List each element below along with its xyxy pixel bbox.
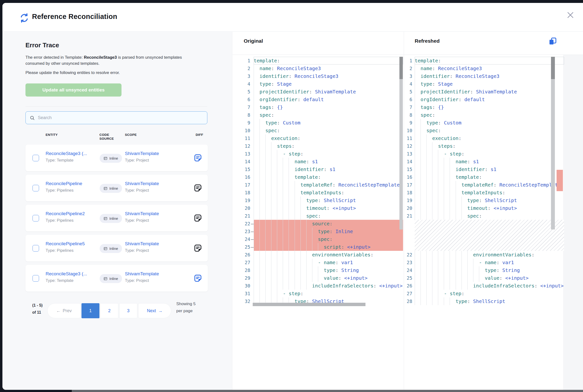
line-number: 4 [235,80,254,88]
entity-link[interactable]: ReconcilePipeline2 [45,211,85,216]
code-line: 8spec: [235,111,403,119]
page-button-1[interactable]: 1 [81,303,99,318]
code-line-content: includeInfraSelectors: <+input> [254,282,403,290]
row-checkbox[interactable] [32,275,39,282]
code-line: 25—script: <+input> [235,243,403,251]
entity-cell: ReconcilePipeline5Type: Pipelines [45,241,85,253]
code-line: 13- step: [235,150,403,158]
line-number: 8 [235,111,254,119]
entity-link[interactable]: ReconcileStage3 (... [45,271,87,276]
scope-cell: ShivamTemplateType: Project [125,241,159,253]
page-horizontal-scrollbar[interactable] [72,390,583,392]
row-checkbox[interactable] [32,185,39,192]
code-line: 4type: Stage [404,80,564,88]
code-line: 5projectIdentifier: ShivamTemplate [404,88,564,96]
entity-type-label: Type: Pipelines [45,188,82,193]
diff-icon[interactable] [193,214,202,222]
diff-icon[interactable] [193,274,202,282]
code-line-content: name: ReconcileStage3 [415,64,564,72]
code-line-content: spec: [254,126,403,134]
entity-link[interactable]: ReconcilePipeline5 [45,241,85,246]
original-vertical-scrollbar[interactable] [399,57,403,230]
row-checkbox[interactable] [32,155,39,161]
code-line-content: execution: [415,134,564,142]
entity-type-label: Type: Template [45,278,87,283]
code-line: 17templateRef: ReconcileStepTemplate [235,181,403,189]
entity-cell: ReconcilePipeline2Type: Pipelines [45,211,85,223]
update-all-unsynced-entities-button[interactable]: Update all unsynced entities [25,84,121,96]
code-line: 16template: [404,173,564,181]
line-number: 19 [404,196,415,204]
line-number: 14 [404,158,415,166]
diff-icon[interactable] [193,154,202,162]
refreshed-vertical-scrollbar-thumb[interactable] [551,57,555,79]
original-horizontal-scrollbar[interactable] [253,303,365,306]
close-icon[interactable] [566,11,575,20]
line-number: 13 [235,150,254,158]
next-page-button[interactable]: Next→ [138,303,171,318]
refreshed-code-editor[interactable]: 1template:2name: ReconcileStage33identif… [404,57,564,305]
code-line: 18templateInputs: [404,189,564,196]
line-number: 9 [404,119,415,126]
code-source-badge: Inline [100,274,122,283]
code-source-badge: Inline [100,244,122,253]
code-line: 3identifier: ReconcileStage3 [404,72,564,80]
refreshed-vertical-scrollbar[interactable] [551,57,555,230]
prev-page-button[interactable]: ←Prev [47,303,80,318]
collapsed-deleted-lines [404,220,564,251]
page-button-3[interactable]: 3 [119,303,137,318]
screen: Reference Reconciliation Error Trace The… [0,0,583,392]
code-line-content: script: <+input> [254,243,403,251]
line-number: 30 [235,282,254,290]
copy-icon[interactable] [549,37,557,45]
code-line-content: execution: [254,134,403,142]
original-code-editor[interactable]: 1template:2name: ReconcileStage33identif… [235,57,403,305]
line-number: 31 [235,290,254,298]
scope-link[interactable]: ShivamTemplate [125,151,159,156]
line-number: 5 [235,88,254,96]
line-number: 27 [235,258,254,266]
code-line-content: steps: [415,142,564,150]
row-checkbox[interactable] [32,245,39,252]
line-number: 25— [235,243,254,251]
row-checkbox[interactable] [32,215,39,222]
code-line-content: identifier: ReconcileStage3 [254,72,403,80]
entity-table: ReconcileStage3 (...Type: Template Inlin… [25,144,208,292]
code-line-content: spec: [254,235,403,243]
entity-link[interactable]: ReconcileStage3 (... [45,151,87,156]
error-trace-panel: Error Trace The error detected in Templa… [2,32,232,390]
diff-overview-ruler-marker [557,170,563,191]
code-line: 27- step: [404,290,564,298]
scope-link[interactable]: ShivamTemplate [125,211,159,216]
code-line-content: templateRef: ReconcileStepTemplate [254,181,403,189]
scope-link[interactable]: ShivamTemplate [125,271,159,276]
diff-icon[interactable] [193,244,202,252]
line-number: 8 [404,111,415,119]
code-line: 28type: String [235,266,403,274]
error-description: The error detected in Template: Reconcil… [25,54,195,66]
code-line-content: type: Custom [415,119,564,126]
code-line-content: projectIdentifier: ShivamTemplate [254,88,403,96]
refreshed-panel-gutter-background [563,55,583,390]
line-number: 11 [235,134,254,142]
code-line-content: environmentVariables: [254,251,403,258]
scope-link[interactable]: ShivamTemplate [125,241,159,246]
page-button-2[interactable]: 2 [100,303,118,318]
original-vertical-scrollbar-thumb[interactable] [399,57,403,79]
search-input[interactable] [38,115,203,120]
code-line-content: type: ShellScript [254,196,403,204]
scope-link[interactable]: ShivamTemplate [125,181,159,186]
line-number: 6 [235,96,254,103]
diff-icon[interactable] [193,184,202,192]
code-line-content: - step: [254,150,403,158]
divider [25,106,207,106]
code-line-content: spec: [415,126,564,134]
code-line: 2name: ReconcileStage3 [404,64,564,72]
code-line-content: - name: var1 [254,258,403,266]
table-row: ReconcilePipeline5Type: Pipelines Inline… [25,235,208,262]
line-number: 18 [404,189,415,196]
code-line: 22environmentVariables: [404,251,564,258]
code-line-content: identifier: s1 [415,166,564,173]
entity-link[interactable]: ReconcilePipeline [45,181,82,186]
code-line-content: value: <+input> [415,274,564,282]
